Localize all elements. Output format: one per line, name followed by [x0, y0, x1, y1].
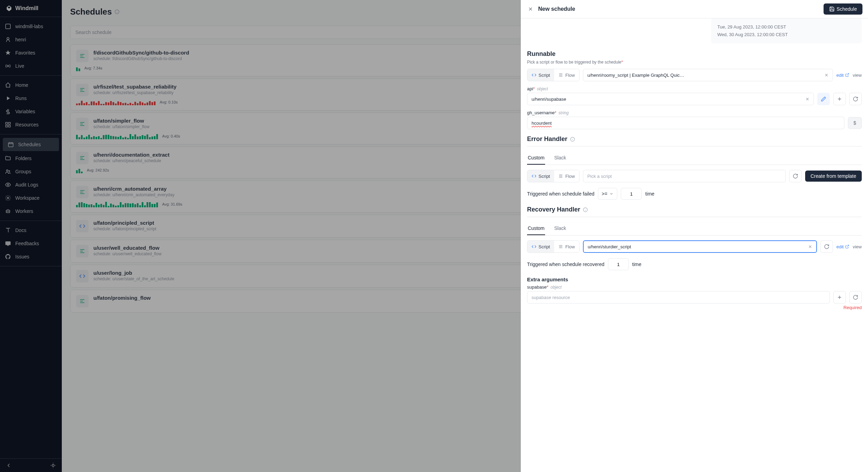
variable-picker-button[interactable]: $ — [848, 117, 862, 129]
toggle-flow[interactable]: Flow — [554, 170, 579, 182]
save-icon — [829, 6, 835, 12]
toggle-script[interactable]: Script — [527, 241, 554, 252]
api-field-label: api* object — [527, 86, 862, 91]
recover-count-input[interactable] — [608, 258, 629, 270]
flow-icon — [558, 244, 563, 249]
trigger-recovered-label: Triggered when schedule recovered — [527, 262, 604, 267]
tab-custom[interactable]: Custom — [527, 222, 545, 235]
refresh-icon — [793, 173, 798, 179]
plus-icon — [837, 295, 842, 300]
recovery-handler-tabs: Custom Slack — [527, 222, 862, 235]
supabase-input[interactable]: supabase resource — [527, 291, 830, 304]
toggle-script[interactable]: Script — [527, 170, 554, 182]
script-flow-toggle: Script Flow — [527, 69, 579, 81]
recovery-handler-title: Recovery Handler — [527, 206, 862, 213]
plus-icon — [837, 96, 842, 102]
edit-link[interactable]: edit — [836, 73, 849, 78]
required-label: Required — [527, 305, 862, 310]
create-template-button[interactable]: Create from template — [805, 171, 862, 182]
supabase-field-label: supabase* object — [527, 284, 862, 290]
view-link[interactable]: view — [853, 73, 862, 78]
external-link-icon — [845, 245, 849, 249]
toggle-script[interactable]: Script — [527, 69, 554, 81]
error-handler-title: Error Handler — [527, 135, 862, 143]
trigger-failed-label: Triggered when schedule failed — [527, 191, 594, 197]
add-resource-button[interactable] — [833, 93, 846, 105]
info-icon[interactable] — [583, 207, 588, 212]
error-script-input[interactable]: Pick a script — [583, 170, 786, 182]
gh-username-label: gh_username* string — [527, 110, 862, 115]
toggle-flow[interactable]: Flow — [554, 241, 579, 252]
runnable-section-title: Runnable — [527, 50, 862, 58]
error-handler-tabs: Custom Slack — [527, 151, 862, 165]
refresh-button[interactable] — [789, 170, 802, 182]
clear-icon[interactable]: ✕ — [806, 97, 809, 102]
comparator-select[interactable]: >= — [598, 188, 617, 200]
toggle-flow[interactable]: Flow — [554, 69, 579, 81]
info-icon[interactable] — [570, 137, 575, 142]
tab-slack[interactable]: Slack — [553, 151, 567, 165]
external-link-icon — [845, 73, 849, 77]
add-resource-button[interactable] — [833, 291, 846, 304]
recovery-script-input[interactable]: u/henri/sturdier_script ✕ — [583, 240, 817, 253]
code-icon — [532, 73, 536, 77]
refresh-button[interactable] — [849, 291, 862, 304]
flow-icon — [558, 174, 563, 179]
flow-icon — [558, 73, 563, 77]
code-icon — [532, 244, 536, 249]
refresh-icon — [853, 295, 858, 300]
close-button[interactable] — [526, 5, 535, 13]
refresh-icon — [853, 96, 858, 102]
schedule-preview: Tue, 29 Aug 2023, 12:00:00 CEST Wed, 30 … — [711, 18, 862, 43]
modal-overlay: New schedule Schedule Tue, 29 Aug 2023, … — [0, 0, 868, 472]
chevron-down-icon — [609, 192, 614, 196]
tab-custom[interactable]: Custom — [527, 151, 545, 165]
extra-args-title: Extra arguments — [527, 276, 862, 282]
code-icon — [532, 174, 536, 179]
clear-icon[interactable]: ✕ — [825, 73, 828, 78]
refresh-icon — [824, 244, 829, 249]
error-script-flow-toggle: Script Flow — [527, 170, 579, 182]
close-icon — [528, 6, 533, 12]
time-label: time — [632, 262, 641, 267]
gh-username-input[interactable]: hcourdent — [527, 117, 844, 129]
recovery-script-flow-toggle: Script Flow — [527, 240, 579, 253]
schedule-submit-button[interactable]: Schedule — [824, 3, 862, 15]
runnable-script-input[interactable]: u/henri/roomy_script | Example GraphQL Q… — [583, 69, 833, 81]
view-link[interactable]: view — [853, 244, 862, 249]
refresh-button[interactable] — [849, 93, 862, 105]
tab-slack[interactable]: Slack — [553, 222, 567, 235]
new-schedule-panel: New schedule Schedule Tue, 29 Aug 2023, … — [521, 0, 868, 472]
fail-count-input[interactable] — [621, 188, 642, 200]
edit-link[interactable]: edit — [836, 244, 849, 249]
pencil-icon — [821, 96, 826, 102]
edit-resource-button[interactable] — [817, 93, 830, 105]
time-label: time — [645, 191, 654, 197]
panel-title: New schedule — [538, 6, 575, 12]
runnable-subtitle: Pick a script or flow to be triggered by… — [527, 60, 862, 65]
clear-icon[interactable]: ✕ — [808, 244, 812, 249]
api-input[interactable]: u/henri/supabase ✕ — [527, 93, 814, 105]
refresh-button[interactable] — [820, 240, 833, 253]
